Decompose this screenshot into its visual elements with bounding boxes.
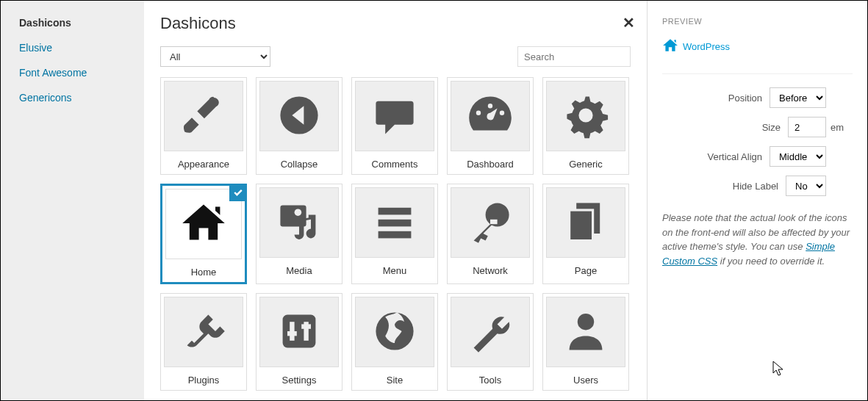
icon-label: Dashboard <box>448 154 533 174</box>
icon-label: Settings <box>257 370 342 390</box>
main-panel: ✕ Dashicons All Appearance Collapse <box>144 1 647 400</box>
icon-label: Plugins <box>161 370 246 390</box>
icon-label: Media <box>257 261 342 281</box>
svg-rect-5 <box>379 219 412 226</box>
hide-label-select[interactable]: No <box>786 176 826 196</box>
svg-rect-8 <box>490 219 498 223</box>
plugins-icon <box>180 308 227 357</box>
icon-card-home[interactable]: Home <box>160 184 247 284</box>
setting-label-size: Size <box>762 122 781 133</box>
icon-grid: Appearance Collapse Comments Dashboard <box>160 77 631 391</box>
icon-card-comments[interactable]: Comments <box>351 77 438 175</box>
icon-label: Page <box>543 261 628 281</box>
svg-rect-1 <box>201 230 206 234</box>
selected-check-icon <box>229 184 247 201</box>
icon-label: Tools <box>448 370 533 390</box>
icon-label: Comments <box>352 154 437 174</box>
sidebar-item-genericons[interactable]: Genericons <box>19 92 126 104</box>
svg-rect-10 <box>570 210 593 241</box>
home-icon <box>180 200 227 249</box>
icon-card-page[interactable]: Page <box>542 184 629 284</box>
page-title: Dashicons <box>160 14 631 33</box>
icon-card-settings[interactable]: Settings <box>256 293 342 391</box>
settings-icon <box>276 308 323 357</box>
icon-label: Menu <box>352 261 437 281</box>
sidebar-item-elusive[interactable]: Elusive <box>19 42 126 54</box>
svg-point-3 <box>295 209 302 216</box>
home-icon <box>662 37 683 56</box>
network-icon <box>467 198 514 248</box>
close-icon[interactable]: ✕ <box>623 14 635 32</box>
preview-note: Please note that the actual look of the … <box>662 211 853 268</box>
dashboard-icon <box>467 92 514 141</box>
icon-label: Network <box>448 261 533 281</box>
setting-label-position: Position <box>728 93 762 104</box>
generic-icon <box>562 92 609 141</box>
preview-label: WordPress <box>683 41 730 52</box>
icon-label: Appearance <box>161 154 246 174</box>
valign-select[interactable]: Middle <box>770 146 826 167</box>
icon-card-menu[interactable]: Menu <box>351 184 438 284</box>
comments-icon <box>371 92 418 141</box>
icon-card-network[interactable]: Network <box>447 184 534 284</box>
icon-label: Users <box>543 370 628 390</box>
menu-icon <box>371 198 418 248</box>
category-filter[interactable]: All <box>160 46 270 67</box>
svg-rect-15 <box>301 324 311 328</box>
preview-heading: PREVIEW <box>662 17 853 26</box>
sidebar-item-dashicons[interactable]: Dashicons <box>19 17 126 29</box>
position-select[interactable]: Before <box>770 87 826 108</box>
icon-label: Site <box>352 370 437 390</box>
size-unit: em <box>831 122 853 133</box>
icon-card-collapse[interactable]: Collapse <box>256 77 342 175</box>
svg-point-17 <box>578 314 594 330</box>
appearance-icon <box>180 92 227 141</box>
icon-card-generic[interactable]: Generic <box>542 77 629 175</box>
search-input[interactable] <box>517 46 631 67</box>
icon-label: Home <box>162 262 245 282</box>
icon-card-site[interactable]: Site <box>351 293 438 391</box>
icon-label: Generic <box>543 154 628 174</box>
svg-rect-4 <box>379 207 412 214</box>
svg-rect-6 <box>379 231 412 238</box>
sidebar-item-font-awesome[interactable]: Font Awesome <box>19 67 126 79</box>
icon-label: Collapse <box>257 154 342 174</box>
preview-sample: WordPress <box>662 37 853 56</box>
preview-panel: PREVIEW WordPress Position Before Size e… <box>647 1 867 400</box>
icon-card-dashboard[interactable]: Dashboard <box>447 77 534 175</box>
setting-label-valign: Vertical Align <box>708 151 762 162</box>
icon-card-media[interactable]: Media <box>256 184 342 284</box>
setting-label-hide: Hide Label <box>733 181 778 192</box>
users-icon <box>562 308 609 357</box>
icon-card-tools[interactable]: Tools <box>447 293 534 391</box>
icon-card-users[interactable]: Users <box>542 293 629 391</box>
page-icon <box>562 198 609 248</box>
icon-card-appearance[interactable]: Appearance <box>160 77 247 175</box>
site-icon <box>371 308 418 357</box>
tools-icon <box>467 308 514 357</box>
collapse-icon <box>276 92 323 141</box>
size-input[interactable] <box>788 117 826 137</box>
icon-card-plugins[interactable]: Plugins <box>160 293 247 391</box>
icon-library-sidebar: Dashicons Elusive Font Awesome Genericon… <box>1 1 144 400</box>
svg-rect-13 <box>287 331 297 336</box>
media-icon <box>276 198 323 248</box>
